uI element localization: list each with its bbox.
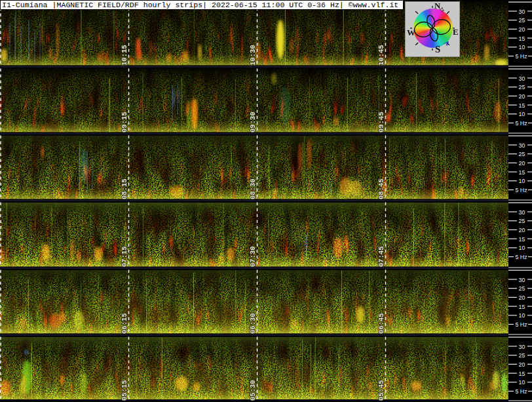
svg-text:15: 15 bbox=[519, 169, 525, 176]
svg-text:30: 30 bbox=[519, 209, 525, 216]
svg-text:06:45: 06:45 bbox=[377, 313, 385, 334]
svg-text:10: 10 bbox=[519, 245, 525, 251]
svg-text:10: 10 bbox=[519, 178, 525, 184]
svg-text:08:15: 08:15 bbox=[121, 178, 128, 199]
svg-text:5 Hz: 5 Hz bbox=[516, 187, 527, 193]
svg-text:20: 20 bbox=[519, 160, 525, 167]
svg-text:20: 20 bbox=[519, 361, 525, 368]
svg-text:5 Hz: 5 Hz bbox=[516, 321, 527, 328]
svg-text:5 Hz: 5 Hz bbox=[516, 388, 527, 395]
svg-text:30: 30 bbox=[519, 142, 525, 149]
svg-text:07:15: 07:15 bbox=[121, 246, 128, 267]
svg-text:10: 10 bbox=[519, 379, 525, 386]
svg-text:05:45: 05:45 bbox=[377, 380, 385, 401]
svg-text:25: 25 bbox=[519, 17, 525, 24]
svg-text:09:45: 09:45 bbox=[377, 111, 385, 132]
svg-text:20: 20 bbox=[519, 93, 525, 100]
svg-text:20: 20 bbox=[519, 26, 525, 33]
svg-text:07:30: 07:30 bbox=[249, 246, 257, 267]
svg-text:25: 25 bbox=[519, 151, 525, 157]
svg-text:08:30: 08:30 bbox=[249, 178, 257, 199]
svg-text:30: 30 bbox=[519, 344, 525, 350]
svg-text:06:30: 06:30 bbox=[249, 313, 257, 334]
svg-text:25: 25 bbox=[519, 285, 525, 292]
svg-text:09:15: 09:15 bbox=[121, 111, 128, 132]
svg-text:5 Hz: 5 Hz bbox=[516, 120, 527, 127]
svg-text:15: 15 bbox=[519, 304, 525, 310]
svg-text:15: 15 bbox=[519, 371, 525, 377]
svg-text:09:30: 09:30 bbox=[249, 111, 257, 132]
svg-text:20: 20 bbox=[519, 294, 525, 301]
svg-text:30: 30 bbox=[519, 75, 525, 82]
svg-text:30: 30 bbox=[519, 277, 525, 283]
svg-text:10:45: 10:45 bbox=[377, 45, 385, 66]
svg-text:20: 20 bbox=[519, 227, 525, 233]
svg-text:10: 10 bbox=[519, 312, 525, 319]
svg-text:10:30: 10:30 bbox=[249, 45, 257, 66]
svg-text:10:15: 10:15 bbox=[121, 45, 128, 66]
svg-text:30: 30 bbox=[519, 9, 525, 15]
svg-text:10: 10 bbox=[519, 44, 525, 50]
svg-text:08:45: 08:45 bbox=[377, 178, 385, 199]
svg-text:5 Hz: 5 Hz bbox=[516, 254, 527, 260]
svg-text:15: 15 bbox=[519, 236, 525, 243]
svg-text:5 Hz: 5 Hz bbox=[516, 53, 527, 60]
svg-text:25: 25 bbox=[519, 352, 525, 359]
svg-text:05:15: 05:15 bbox=[121, 380, 128, 401]
svg-text:05:30: 05:30 bbox=[249, 380, 257, 401]
svg-text:15: 15 bbox=[519, 35, 525, 42]
svg-text:07:45: 07:45 bbox=[377, 246, 385, 267]
svg-text:06:15: 06:15 bbox=[121, 313, 128, 334]
svg-text:15: 15 bbox=[519, 102, 525, 109]
svg-text:25: 25 bbox=[519, 218, 525, 224]
svg-text:10: 10 bbox=[519, 111, 525, 117]
svg-text:25: 25 bbox=[519, 84, 525, 90]
